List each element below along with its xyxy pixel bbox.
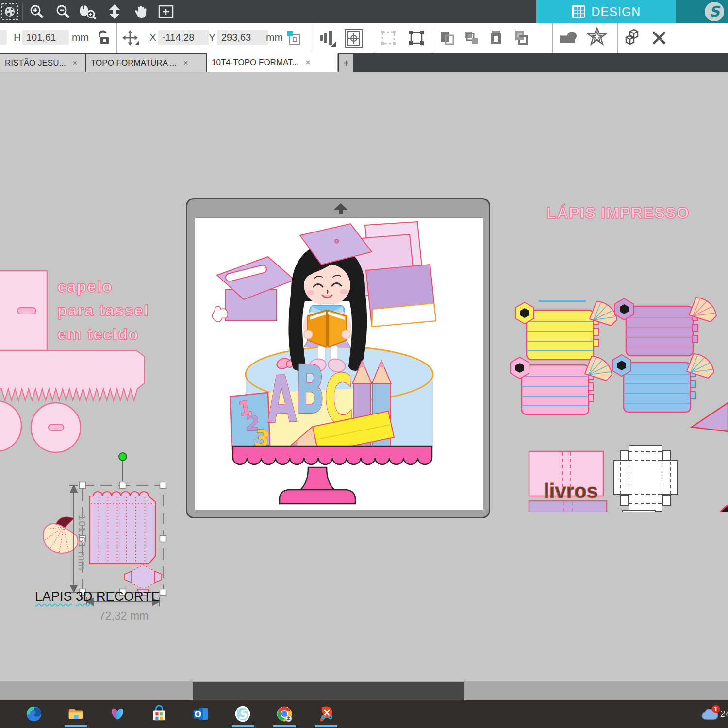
cake-stand bbox=[233, 446, 432, 504]
weld-shapes-icon[interactable] bbox=[559, 29, 577, 47]
height-input[interactable] bbox=[22, 30, 69, 45]
open-app-indicator bbox=[65, 725, 87, 727]
title-underline bbox=[539, 300, 586, 302]
height-unit: mm bbox=[72, 32, 89, 43]
capelo-strip-zigzag-shape[interactable] bbox=[0, 351, 145, 400]
height-dimension-text: 101,61 mm bbox=[76, 514, 88, 570]
tablet-frame[interactable]: 1 2 3 A B C bbox=[186, 198, 490, 518]
pencil-tip-fan-shape[interactable] bbox=[43, 517, 78, 553]
move-tool-icon[interactable] bbox=[121, 29, 139, 47]
outlook-icon[interactable] bbox=[192, 705, 210, 723]
select-all-icon[interactable] bbox=[380, 29, 397, 47]
copilot-icon[interactable] bbox=[108, 705, 127, 723]
lock-aspect-icon[interactable] bbox=[94, 29, 112, 47]
capelo-disc-slot-shape[interactable] bbox=[31, 403, 81, 452]
width-dimension-label: 72,32 mm bbox=[99, 610, 149, 623]
drag-zoom-icon[interactable] bbox=[80, 3, 97, 20]
design-tab-label: DESIGN bbox=[592, 5, 641, 19]
girl-hand-right bbox=[342, 330, 350, 339]
svg-text:1: 1 bbox=[714, 706, 718, 713]
open-app-indicator bbox=[273, 725, 296, 727]
graduation-topper-illustration[interactable]: 1 2 3 A B C bbox=[195, 218, 483, 510]
bring-forward-icon[interactable] bbox=[438, 29, 456, 47]
zoom-out-icon[interactable] bbox=[54, 3, 72, 20]
send-backward-icon[interactable] bbox=[463, 29, 480, 47]
capelo-disc-shape[interactable] bbox=[0, 401, 21, 451]
svg-text:B: B bbox=[295, 350, 326, 429]
doc-tab-3-active[interactable]: 10T4-TOPO FORMAT... × bbox=[207, 53, 338, 72]
toolbar-separator bbox=[116, 23, 117, 53]
chrome-icon[interactable] bbox=[275, 705, 294, 723]
purple-triangle-shape[interactable] bbox=[692, 403, 728, 431]
width-field-partial[interactable] bbox=[0, 30, 7, 45]
file-explorer-icon[interactable] bbox=[66, 705, 85, 723]
x-position-input[interactable] bbox=[158, 30, 209, 45]
box-template-1[interactable] bbox=[613, 445, 678, 511]
transform-selection-icon[interactable] bbox=[408, 29, 425, 47]
pencil-template-yellow[interactable] bbox=[515, 301, 617, 360]
open-book bbox=[308, 310, 347, 347]
toolbar-separator bbox=[552, 23, 553, 53]
lapis-3d-recorte-label[interactable]: LAPIS 3D RECORTE bbox=[35, 589, 160, 604]
scrollbar-thumb[interactable] bbox=[193, 682, 464, 700]
bring-to-front-icon[interactable] bbox=[488, 29, 505, 47]
edge-icon[interactable] bbox=[25, 705, 43, 723]
black-disc-shape[interactable] bbox=[717, 503, 728, 512]
doc-tab-label: 10T4-TOPO FORMAT... bbox=[212, 58, 299, 67]
y-label: Y bbox=[209, 32, 215, 43]
tablet-arrow-icon bbox=[333, 203, 348, 210]
capelo-annotation-text[interactable]: capelo para tassel em tecido bbox=[57, 275, 149, 346]
weather-tray-icon[interactable]: 1 bbox=[700, 704, 721, 725]
girl-hand-left bbox=[304, 330, 313, 339]
fit-to-page-icon[interactable] bbox=[157, 3, 175, 20]
center-to-page-icon[interactable] bbox=[344, 28, 364, 49]
rotation-handle[interactable] bbox=[119, 453, 127, 461]
close-tab-icon[interactable]: × bbox=[183, 59, 188, 67]
grad-cap-left bbox=[212, 257, 295, 322]
xy-unit: mm bbox=[266, 32, 283, 43]
zoom-in-icon[interactable] bbox=[28, 3, 46, 20]
design-grid-icon bbox=[571, 4, 586, 19]
tab-silhouette-store[interactable]: S bbox=[676, 0, 728, 23]
toolbar-separator bbox=[374, 23, 374, 53]
zoom-slider-icon[interactable] bbox=[106, 3, 123, 20]
silhouette-app-icon[interactable]: S bbox=[233, 705, 252, 723]
design-page[interactable]: 1 2 3 A B C bbox=[195, 217, 483, 510]
toolbar-separator bbox=[311, 23, 311, 53]
pencil-template-blue[interactable] bbox=[612, 354, 714, 412]
height-label: H bbox=[14, 32, 21, 43]
fill-color-tool-icon[interactable] bbox=[1, 3, 18, 20]
y-position-input[interactable] bbox=[217, 30, 268, 45]
delete-icon[interactable] bbox=[650, 29, 668, 47]
lapis-impresso-title[interactable]: LÁPIS IMPRESSO bbox=[546, 204, 690, 222]
new-tab-button[interactable]: + bbox=[339, 54, 353, 72]
design-canvas[interactable]: 101,61 mm capelo para tassel em tecido L… bbox=[0, 72, 728, 681]
close-tab-icon[interactable]: × bbox=[306, 58, 310, 67]
send-to-back-icon[interactable] bbox=[512, 29, 529, 47]
open-app-indicator bbox=[315, 725, 337, 727]
selected-lapis-3d-shape[interactable] bbox=[90, 492, 162, 596]
silhouette-studio-window: DESIGN S H mm X Y mm bbox=[0, 0, 728, 728]
svg-text:A: A bbox=[265, 362, 297, 437]
pencil-template-pink[interactable] bbox=[511, 356, 612, 414]
silhouette-studio-icon[interactable] bbox=[317, 705, 335, 723]
doc-tab-1[interactable]: RISTÃO JESU... × bbox=[0, 54, 85, 72]
svg-text:S: S bbox=[238, 707, 248, 722]
align-objects-icon[interactable] bbox=[318, 29, 336, 47]
capelo-square-shape[interactable] bbox=[0, 271, 47, 350]
main-toolbar: DESIGN S bbox=[0, 0, 728, 23]
offset-star-icon[interactable] bbox=[586, 28, 608, 46]
doc-tab-2[interactable]: TOPO FORMATURA ... × bbox=[86, 54, 206, 72]
pan-tool-icon[interactable] bbox=[132, 3, 149, 20]
x-label: X bbox=[149, 32, 156, 43]
3d-objects-icon[interactable] bbox=[623, 29, 645, 47]
silhouette-logo-icon: S bbox=[704, 1, 725, 22]
livros-label[interactable]: livros bbox=[544, 480, 598, 503]
document-tabbar: RISTÃO JESU... × TOPO FORMATURA ... × 10… bbox=[0, 53, 728, 72]
tab-design[interactable]: DESIGN bbox=[536, 0, 676, 23]
anchor-point-selector-icon[interactable] bbox=[285, 29, 303, 47]
toolbar-separator bbox=[22, 2, 23, 21]
microsoft-store-icon[interactable] bbox=[150, 705, 168, 723]
close-tab-icon[interactable]: × bbox=[73, 59, 77, 67]
pencil-template-purple[interactable] bbox=[615, 298, 716, 356]
